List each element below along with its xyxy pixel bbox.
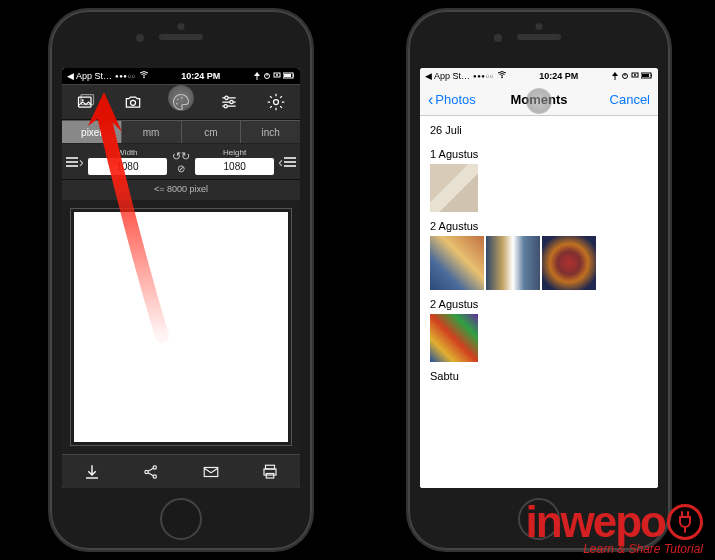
svg-point-15: [229, 100, 232, 103]
settings-tab[interactable]: [262, 88, 290, 116]
dimensions-row: › Width ↺↻ ⊘ Height ‹: [62, 144, 300, 180]
unit-inch[interactable]: inch: [241, 120, 300, 143]
section-date-label: 1 Agustus: [430, 140, 648, 164]
screen-right: ◀ App St… ●●●○○ 10:24 PM ‹ Photos Mom: [420, 68, 658, 488]
signal-dots-icon: ●●●○○: [473, 73, 494, 79]
moments-section: 1 Agustus: [420, 140, 658, 212]
link-icon: ⊘: [177, 163, 185, 174]
section-date-label: Sabtu: [430, 362, 648, 386]
svg-point-16: [224, 105, 227, 108]
svg-point-28: [634, 74, 636, 76]
photos-picker-app: ‹ Photos Moments Cancel 26 Juli 1 Agustu…: [420, 84, 658, 488]
photo-thumbnail[interactable]: [486, 236, 540, 290]
svg-rect-24: [267, 473, 275, 478]
width-label: Width: [117, 148, 137, 157]
download-button[interactable]: [78, 458, 106, 486]
status-back-label[interactable]: ◀ App St…: [67, 71, 112, 81]
svg-point-9: [81, 99, 83, 101]
assistive-touch-icon[interactable]: [526, 88, 552, 114]
svg-point-20: [153, 474, 156, 477]
download-icon: [83, 463, 101, 481]
svg-rect-6: [284, 74, 291, 77]
canvas-area: [62, 200, 300, 454]
status-bar: ◀ App St… ●●●○○ 10:24 PM: [62, 68, 300, 84]
bottom-actionbar: [62, 454, 300, 488]
width-input[interactable]: [88, 158, 167, 175]
status-time: 10:24 PM: [181, 71, 220, 81]
phone-frame-right: ◀ App St… ●●●○○ 10:24 PM ‹ Photos Mom: [408, 10, 670, 550]
share-icon: [142, 463, 160, 481]
status-back-label[interactable]: ◀ App St…: [425, 71, 470, 81]
svg-rect-31: [642, 74, 649, 77]
moments-list[interactable]: 26 Juli 1 Agustus 2 Agustus: [420, 116, 658, 488]
svg-point-18: [145, 470, 148, 473]
chevron-left-icon: ‹: [428, 92, 433, 108]
camera-icon: [123, 92, 143, 112]
sliders-tab[interactable]: [215, 88, 243, 116]
share-button[interactable]: [137, 458, 165, 486]
print-button[interactable]: [256, 458, 284, 486]
home-button[interactable]: [518, 498, 560, 540]
svg-rect-5: [293, 75, 294, 77]
swap-link-group[interactable]: ↺↻ ⊘: [170, 150, 192, 174]
svg-rect-21: [204, 467, 218, 476]
mail-button[interactable]: [197, 458, 225, 486]
wifi-icon: [139, 71, 149, 81]
height-input[interactable]: [195, 158, 274, 175]
unit-cm[interactable]: cm: [182, 120, 242, 143]
section-date-label: 26 Juli: [430, 116, 648, 140]
gear-icon: [266, 92, 286, 112]
mail-icon: [202, 463, 220, 481]
cancel-button[interactable]: Cancel: [610, 92, 650, 107]
svg-point-10: [131, 100, 136, 105]
unit-pixel[interactable]: pixel: [62, 120, 122, 143]
back-label: Photos: [435, 92, 475, 107]
sliders-icon: [219, 92, 239, 112]
unit-mm[interactable]: mm: [122, 120, 182, 143]
camera-tab[interactable]: [119, 88, 147, 116]
section-date-label: 2 Agustus: [430, 212, 648, 236]
wifi-icon: [497, 71, 507, 81]
print-icon: [261, 463, 279, 481]
moments-section: 2 Agustus: [420, 290, 658, 362]
svg-point-25: [501, 77, 503, 79]
svg-point-14: [224, 96, 227, 99]
moments-section: Sabtu: [420, 362, 658, 386]
status-right-icons: [253, 72, 295, 80]
photo-thumbnail[interactable]: [430, 314, 478, 362]
signal-dots-icon: ●●●○○: [115, 73, 136, 79]
moments-section: 26 Juli: [420, 116, 658, 140]
photo-thumbnail[interactable]: [542, 236, 596, 290]
photo-thumbnail[interactable]: [430, 236, 484, 290]
phone-frame-left: ◀ App St… ●●●○○ 10:24 PM: [50, 10, 312, 550]
photo-thumbnail[interactable]: [430, 164, 478, 212]
svg-point-3: [276, 74, 278, 76]
svg-point-17: [274, 100, 279, 105]
plug-icon: [667, 504, 703, 540]
nav-header: ‹ Photos Moments Cancel: [420, 84, 658, 116]
menu-left-button[interactable]: ›: [66, 155, 85, 169]
menu-right-button[interactable]: ‹: [277, 155, 296, 169]
screen-left: ◀ App St… ●●●○○ 10:24 PM: [62, 68, 300, 488]
swap-icon: ↺↻: [172, 150, 190, 163]
gallery-icon: [76, 92, 96, 112]
gallery-tab[interactable]: [72, 88, 100, 116]
max-pixel-note: <= 8000 pixel: [62, 180, 300, 200]
editor-app: pixel mm cm inch › Width ↺↻ ⊘: [62, 84, 300, 488]
svg-point-0: [143, 77, 145, 79]
moments-section: 2 Agustus: [420, 212, 658, 290]
assistive-touch-icon[interactable]: [168, 85, 194, 111]
section-date-label: 2 Agustus: [430, 290, 648, 314]
svg-rect-30: [651, 75, 652, 77]
status-right-icons: [611, 72, 653, 80]
unit-selector: pixel mm cm inch: [62, 120, 300, 144]
home-button[interactable]: [160, 498, 202, 540]
back-button[interactable]: ‹ Photos: [428, 92, 476, 108]
svg-point-19: [153, 465, 156, 468]
height-label: Height: [223, 148, 246, 157]
status-bar: ◀ App St… ●●●○○ 10:24 PM: [420, 68, 658, 84]
canvas[interactable]: [74, 212, 288, 442]
status-time: 10:24 PM: [539, 71, 578, 81]
